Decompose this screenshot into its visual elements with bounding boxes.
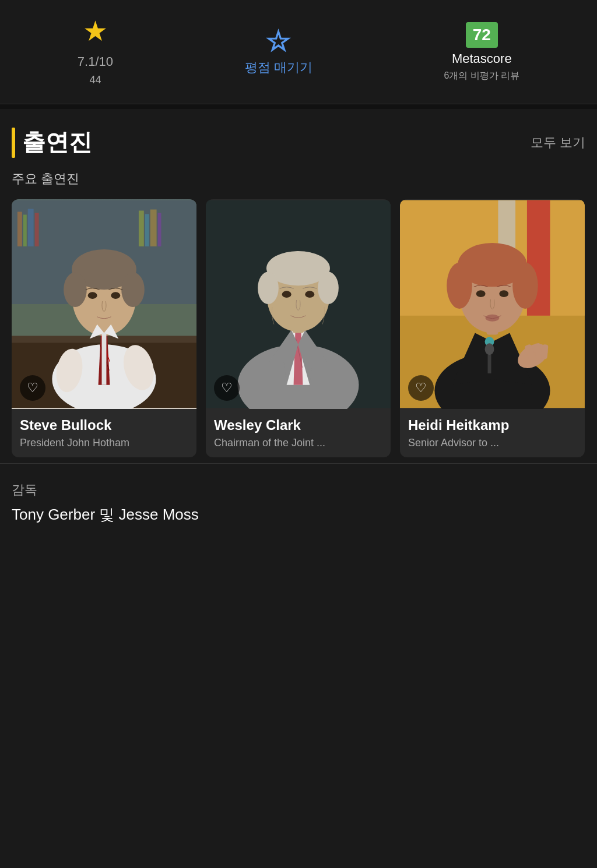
rate-label[interactable]: 평점 매기기	[245, 59, 312, 76]
director-label: 감독	[12, 481, 585, 499]
empty-star-icon: ☆	[266, 27, 291, 55]
svg-point-21	[88, 292, 97, 299]
svg-rect-2	[17, 212, 22, 246]
user-rating-block: ★ 7.1/10 44	[78, 17, 113, 86]
cast-section-title: 출연진	[22, 126, 92, 158]
person-role-1: President John Hotham	[12, 437, 196, 457]
svg-point-40	[318, 272, 339, 304]
cast-section: 출연진 모두 보기 주요 출연진	[0, 109, 597, 463]
score-display: 7.1/10	[78, 49, 113, 70]
cast-card-steve-bullock[interactable]: ♡ Steve Bullock President John Hotham	[12, 199, 196, 457]
svg-point-58	[485, 315, 499, 322]
svg-rect-25	[102, 333, 107, 385]
person-name-1: Steve Bullock	[12, 409, 196, 437]
svg-rect-5	[35, 213, 39, 246]
svg-rect-7	[145, 214, 149, 246]
metascore-badge: 72	[466, 22, 498, 48]
favorite-icon-1[interactable]: ♡	[20, 375, 45, 401]
cast-header: 출연진 모두 보기	[12, 126, 585, 158]
metascore-block[interactable]: 72 Metascore 6개의 비평가 리뷰	[444, 22, 519, 82]
svg-point-19	[64, 273, 87, 307]
svg-point-39	[258, 272, 279, 304]
metascore-sub: 6개의 비평가 리뷰	[444, 70, 519, 82]
svg-point-56	[476, 290, 486, 297]
svg-point-42	[305, 291, 314, 298]
title-wrapper: 출연진	[12, 126, 92, 158]
person-role-3: Senior Advisor to ...	[400, 437, 585, 457]
svg-point-41	[282, 291, 292, 298]
cast-card-wesley-clark[interactable]: ♡ Wesley Clark Chairman of the Joint ...	[206, 199, 391, 457]
card-image-area-2: ♡	[206, 199, 391, 409]
card-image-area-3: ♡	[400, 199, 585, 409]
svg-rect-9	[158, 213, 161, 246]
cast-cards-container: ♡ Steve Bullock President John Hotham	[12, 199, 585, 457]
rating-section: ★ 7.1/10 44 ☆ 평점 매기기 72 Metascore 6개의 비평…	[0, 0, 597, 104]
section-divider	[0, 104, 597, 109]
filled-star-icon: ★	[83, 17, 108, 45]
person-name-3: Heidi Heitkamp	[400, 409, 585, 437]
favorite-icon-2[interactable]: ♡	[214, 375, 240, 401]
svg-point-22	[111, 292, 120, 299]
cast-card-heidi-heitkamp[interactable]: ♡ Heidi Heitkamp Senior Advisor to ...	[400, 199, 585, 457]
svg-rect-4	[28, 209, 34, 246]
svg-point-64	[485, 343, 494, 355]
director-section: 감독 Tony Gerber 및 Jesse Moss	[0, 463, 597, 542]
svg-rect-6	[139, 211, 144, 246]
person-role-2: Chairman of the Joint ...	[206, 437, 391, 457]
view-all-button[interactable]: 모두 보기	[531, 134, 585, 151]
svg-rect-55	[458, 263, 527, 280]
card-image-area-1: ♡	[12, 199, 196, 409]
yellow-accent-bar	[12, 128, 15, 158]
svg-point-57	[499, 290, 508, 297]
score-number: 7.1	[78, 54, 96, 69]
svg-rect-3	[23, 214, 27, 246]
svg-point-20	[121, 273, 145, 307]
metascore-label: Metascore	[452, 51, 512, 66]
person-name-2: Wesley Clark	[206, 409, 391, 437]
score-out-of: /10	[95, 54, 113, 69]
svg-rect-8	[150, 210, 157, 246]
favorite-icon-3[interactable]: ♡	[408, 375, 434, 401]
director-names[interactable]: Tony Gerber 및 Jesse Moss	[12, 504, 585, 525]
cast-subtitle: 주요 출연진	[12, 170, 585, 188]
rate-it-block[interactable]: ☆ 평점 매기기	[245, 27, 312, 76]
vote-count: 44	[89, 74, 101, 86]
